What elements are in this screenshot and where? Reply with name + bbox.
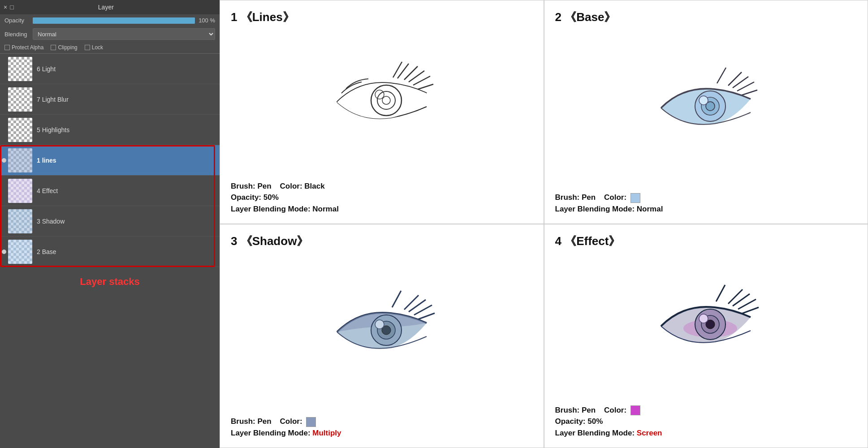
layer-name: 7 Light Blur <box>37 96 69 103</box>
svg-line-0 <box>404 66 418 80</box>
cell-image-effect <box>555 253 857 400</box>
layer-name: 3 Shadow <box>37 218 65 225</box>
layer-name: 2 Base <box>37 248 56 255</box>
svg-point-18 <box>699 96 708 105</box>
layer-thumbnail <box>8 87 32 112</box>
cell-effect: 4 《Effect》 <box>544 224 868 448</box>
svg-line-3 <box>417 84 433 90</box>
cell-info-lines: Brush: Pen Color: Black Opacity: 50% Lay… <box>231 181 533 215</box>
layer-thumbnail <box>8 179 32 203</box>
layer-panel: × □ Layer Opacity 100 % Blending Normal … <box>0 0 220 448</box>
layer-thumbnail <box>8 118 32 142</box>
cell-title-effect: 4 《Effect》 <box>555 233 857 249</box>
layer-name: 6 Light <box>37 65 56 73</box>
tutorial-grid: 1 《Lines》 <box>220 0 868 448</box>
blending-row: Blending Normal Multiply Screen Overlay <box>0 26 220 42</box>
checkbox-box-3 <box>85 45 90 50</box>
svg-line-14 <box>717 68 726 83</box>
brush-line: Brush: Pen Color: Black <box>231 181 533 192</box>
layers-list: 6 Light 7 Light Blur 5 Highlights 1 line… <box>0 54 220 448</box>
cell-title-base: 2 《Base》 <box>555 9 857 25</box>
layer-item-5highlights[interactable]: 5 Highlights <box>0 115 220 145</box>
eye-svg-shadow <box>319 287 445 377</box>
color-swatch-base <box>630 193 640 203</box>
brush-line: Brush: Pen Color: <box>555 192 857 203</box>
cell-base: 2 《Base》 <box>544 0 868 224</box>
cell-shadow: 3 《Shadow》 <box>220 224 544 448</box>
eye-svg-base <box>643 63 769 153</box>
checkbox-box-2 <box>51 45 56 50</box>
opacity-slider[interactable] <box>33 17 195 24</box>
blend-line: Layer Blending Mode: Normal <box>231 203 533 215</box>
layer-stacks-label: Layer stacks <box>0 267 220 295</box>
layer-active-dot-2 <box>2 250 6 254</box>
checkbox-box <box>4 45 10 50</box>
svg-line-19 <box>404 295 419 310</box>
checkboxes-row: Protect Alpha Clipping Lock <box>0 42 220 53</box>
layer-active-dot <box>2 158 6 163</box>
opacity-line: Opacity: 50% <box>231 192 533 203</box>
cell-image-lines <box>231 29 533 176</box>
svg-line-22 <box>418 313 435 319</box>
eye-svg-lines <box>319 57 445 147</box>
opacity-value: 100 % <box>199 17 215 24</box>
layer-name: 4 Effect <box>37 187 58 194</box>
cell-title-shadow: 3 《Shadow》 <box>231 233 533 249</box>
blending-select[interactable]: Normal Multiply Screen Overlay <box>33 28 215 40</box>
layer-thumbnail <box>8 209 32 233</box>
blend-line: Layer Blending Mode: Screen <box>555 427 857 439</box>
layer-thumbnail <box>8 240 32 264</box>
svg-point-27 <box>375 320 384 329</box>
svg-line-23 <box>392 291 401 307</box>
cell-lines: 1 《Lines》 <box>220 0 544 224</box>
protect-alpha-label: Protect Alpha <box>12 44 43 51</box>
layer-item-4effect[interactable]: 4 Effect <box>0 176 220 206</box>
layer-item-1lines[interactable]: 1 lines <box>0 145 220 176</box>
color-swatch-shadow <box>306 417 316 427</box>
blending-label: Blending <box>4 31 29 38</box>
layer-item-6light[interactable]: 6 Light <box>0 54 220 84</box>
layer-item-2base[interactable]: 2 Base <box>0 237 220 267</box>
panel-titlebar: × □ Layer <box>0 0 220 14</box>
opacity-row: Opacity 100 % <box>0 14 220 26</box>
blend-mode: Normal <box>637 205 663 213</box>
opacity-line: Opacity: 50% <box>555 416 857 427</box>
cell-info-base: Brush: Pen Color: Layer Blending Mode: N… <box>555 192 857 215</box>
svg-line-13 <box>741 90 757 95</box>
blend-mode: Screen <box>637 429 662 437</box>
svg-point-37 <box>699 314 708 323</box>
color-swatch-effect <box>630 405 640 415</box>
lock-checkbox[interactable]: Lock <box>85 44 103 51</box>
layer-name: 5 Highlights <box>37 126 69 134</box>
cell-info-shadow: Brush: Pen Color: Layer Blending Mode: M… <box>231 416 533 439</box>
protect-alpha-checkbox[interactable]: Protect Alpha <box>4 44 43 51</box>
panel-title: Layer <box>14 4 198 11</box>
svg-line-31 <box>742 307 759 314</box>
layer-name: 1 lines <box>37 157 56 164</box>
layer-item-7lightblur[interactable]: 7 Light Blur <box>0 84 220 115</box>
cell-image-shadow <box>231 253 533 411</box>
cell-info-effect: Brush: Pen Color: Opacity: 50% Layer Ble… <box>555 405 857 439</box>
cell-title-lines: 1 《Lines》 <box>231 9 533 25</box>
opacity-fill <box>33 17 195 24</box>
opacity-label: Opacity <box>4 17 29 24</box>
eye-svg-effect <box>643 281 769 371</box>
layer-thumbnail <box>8 148 32 172</box>
blend-mode: Multiply <box>312 429 341 437</box>
clipping-checkbox[interactable]: Clipping <box>51 44 77 51</box>
brush-line: Brush: Pen Color: <box>555 405 857 416</box>
blend-line: Layer Blending Mode: Multiply <box>231 427 533 439</box>
brush-line: Brush: Pen Color: <box>231 416 533 427</box>
svg-line-10 <box>728 72 742 86</box>
svg-line-32 <box>716 285 725 302</box>
layer-item-3shadow[interactable]: 3 Shadow <box>0 206 220 237</box>
blend-line: Layer Blending Mode: Normal <box>555 203 857 215</box>
close-icon[interactable]: × <box>4 4 7 11</box>
titlebar-icons: × □ <box>4 4 14 11</box>
layer-thumbnail <box>8 57 32 81</box>
clipping-label: Clipping <box>58 44 77 51</box>
cell-image-base <box>555 29 857 187</box>
expand-icon[interactable]: □ <box>10 4 13 11</box>
blend-mode: Normal <box>312 205 339 213</box>
svg-line-28 <box>728 289 743 304</box>
